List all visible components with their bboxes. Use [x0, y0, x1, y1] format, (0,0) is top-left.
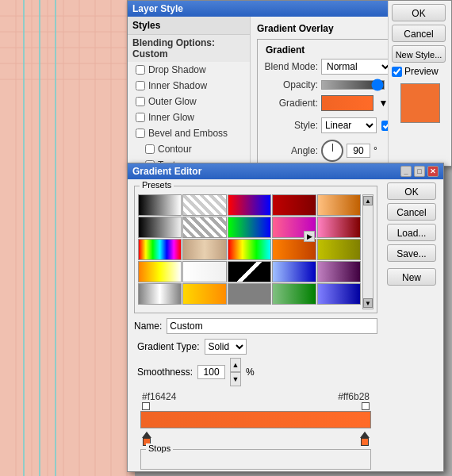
smoothness-input[interactable]	[197, 365, 225, 379]
ge-ok-button[interactable]: OK	[387, 182, 436, 200]
preset-tan-brown[interactable]	[317, 194, 361, 216]
layer-style-panel: Layer Style ✕ Styles Blending Options: C…	[127, 0, 452, 167]
preset-yellow-dark[interactable]	[317, 239, 361, 260]
name-input[interactable]	[167, 318, 377, 334]
preset-spectrum[interactable]	[228, 239, 271, 260]
preset-diagonal-bw[interactable]	[228, 261, 271, 282]
stops-content	[144, 453, 367, 466]
new-style-button[interactable]: New Style...	[392, 45, 446, 63]
layer-style-title: Layer Style	[132, 3, 183, 14]
preset-warm[interactable]	[138, 261, 182, 282]
blend-mode-select[interactable]: Normal	[321, 59, 393, 75]
preset-gold[interactable]	[182, 239, 226, 260]
bevel-emboss-checkbox[interactable]	[136, 129, 145, 138]
preset-yellow-orange[interactable]	[182, 283, 226, 305]
preset-green-dark[interactable]	[272, 283, 316, 305]
minimize-button[interactable]: _	[400, 166, 412, 177]
preview-checkbox[interactable]	[392, 67, 402, 77]
stop-right-color	[361, 438, 369, 446]
gradient-bar-area	[134, 411, 377, 428]
smoothness-row: Smoothness: ▲ ▼ %	[134, 358, 377, 386]
styles-panel: Styles Blending Options: Custom Drop Sha…	[128, 17, 251, 166]
preset-checker1[interactable]	[182, 194, 226, 216]
ok-button[interactable]: OK	[392, 4, 446, 21]
preset-green-blue[interactable]	[228, 217, 271, 238]
gradient-type-select[interactable]: Solid Noise	[205, 339, 247, 355]
gradient-type-row: Gradient Type: Solid Noise	[134, 339, 377, 355]
drop-shadow-item[interactable]: Drop Shadow	[128, 62, 250, 78]
canvas-art	[0, 0, 135, 476]
smoothness-down-button[interactable]: ▼	[230, 372, 241, 386]
smoothness-up-button[interactable]: ▲	[230, 358, 241, 372]
gradient-bar[interactable]	[140, 411, 371, 428]
angle-unit: °	[373, 145, 377, 156]
inner-shadow-item[interactable]: Inner Shadow	[128, 78, 250, 94]
ge-cancel-button[interactable]: Cancel	[387, 203, 436, 221]
scroll-up-button[interactable]: ▲	[363, 196, 373, 205]
outer-glow-checkbox[interactable]	[136, 97, 145, 106]
ge-save-button[interactable]: Save...	[387, 244, 436, 262]
gradient-editor-right-buttons: OK Cancel Load... Save... New	[384, 179, 443, 471]
canvas-background	[0, 0, 135, 476]
drop-shadow-checkbox[interactable]	[136, 65, 145, 75]
stops-label: Stops	[146, 443, 173, 453]
color-stop-right-indicator[interactable]	[360, 432, 370, 446]
preset-checker2[interactable]	[182, 217, 226, 238]
opacity-stops-row	[134, 402, 377, 410]
preset-orange-brown[interactable]	[272, 239, 316, 260]
preset-pink-maroon[interactable]	[317, 217, 361, 238]
smoothness-unit: %	[246, 367, 255, 378]
gradient-preview-button[interactable]	[321, 95, 373, 111]
stop-left-triangle	[142, 432, 151, 438]
inner-glow-item[interactable]: Inner Glow	[128, 109, 250, 125]
opacity-slider[interactable]	[321, 80, 385, 90]
preset-dark-red[interactable]	[272, 194, 316, 216]
gradient-editor-main: Presets	[128, 179, 384, 471]
angle-label: Angle:	[262, 145, 318, 156]
inner-shadow-checkbox[interactable]	[136, 81, 145, 90]
preset-white-transparent[interactable]	[182, 261, 226, 282]
outer-glow-item[interactable]: Outer Glow	[128, 94, 250, 109]
style-label: Style:	[262, 120, 318, 131]
preset-lavender-blue[interactable]	[317, 283, 361, 305]
presets-label: Presets	[140, 180, 174, 190]
ge-load-button[interactable]: Load...	[387, 224, 436, 241]
close-button[interactable]: ✕	[427, 166, 439, 177]
angle-dial[interactable]	[321, 140, 343, 162]
maximize-button[interactable]: □	[414, 166, 425, 177]
presets-scrollbar[interactable]: ▲ ▼	[362, 194, 373, 309]
gradient-dropdown-arrow[interactable]: ▼	[378, 98, 388, 109]
style-select[interactable]: Linear	[321, 117, 377, 133]
contour-checkbox[interactable]	[145, 144, 155, 154]
contour-label: Contour	[158, 144, 192, 155]
ge-new-button[interactable]: New	[387, 268, 436, 286]
gradient-editor-title: Gradient Editor	[132, 166, 201, 177]
preset-rainbow[interactable]	[138, 239, 182, 260]
scroll-down-button[interactable]: ▼	[363, 298, 373, 308]
name-row: Name:	[134, 318, 377, 334]
stop-right-triangle	[360, 432, 370, 438]
preset-black-transparent[interactable]	[138, 217, 182, 238]
blending-options-label: Blending Options: Custom	[132, 37, 245, 60]
preset-mauve-purple[interactable]	[317, 261, 361, 282]
inner-shadow-label: Inner Shadow	[148, 80, 207, 91]
preset-silver[interactable]	[138, 283, 182, 305]
preset-red-blue[interactable]	[228, 194, 271, 216]
angle-input[interactable]	[347, 144, 370, 158]
contour-item[interactable]: Contour	[128, 141, 250, 157]
bevel-emboss-item[interactable]: Bevel and Emboss	[128, 125, 250, 141]
layer-style-right-buttons: OK Cancel New Style... Preview	[388, 1, 451, 166]
cancel-button[interactable]: Cancel	[392, 25, 446, 42]
bevel-emboss-label: Bevel and Emboss	[148, 128, 228, 139]
inner-glow-checkbox[interactable]	[136, 113, 145, 122]
opacity-stop-left[interactable]	[142, 402, 150, 410]
smoothness-label: Smoothness:	[137, 367, 193, 378]
presets-options-button[interactable]: ▶	[304, 231, 315, 242]
stop-right-label: #ff6b28	[338, 391, 370, 402]
blending-options-item[interactable]: Blending Options: Custom	[128, 35, 250, 62]
preset-black-white[interactable]	[138, 194, 182, 216]
preset-blue-dark[interactable]	[272, 261, 316, 282]
preset-gray[interactable]	[228, 283, 271, 305]
opacity-stop-right[interactable]	[362, 402, 370, 410]
gradient-editor-panel: Gradient Editor _ □ ✕ Presets	[127, 163, 444, 472]
